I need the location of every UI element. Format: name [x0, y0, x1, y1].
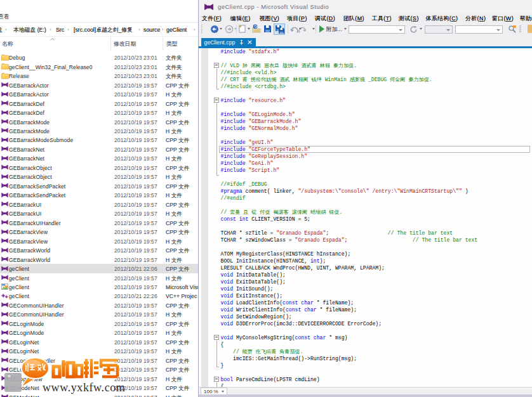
svg-text:附加...: 附加...	[326, 26, 342, 32]
